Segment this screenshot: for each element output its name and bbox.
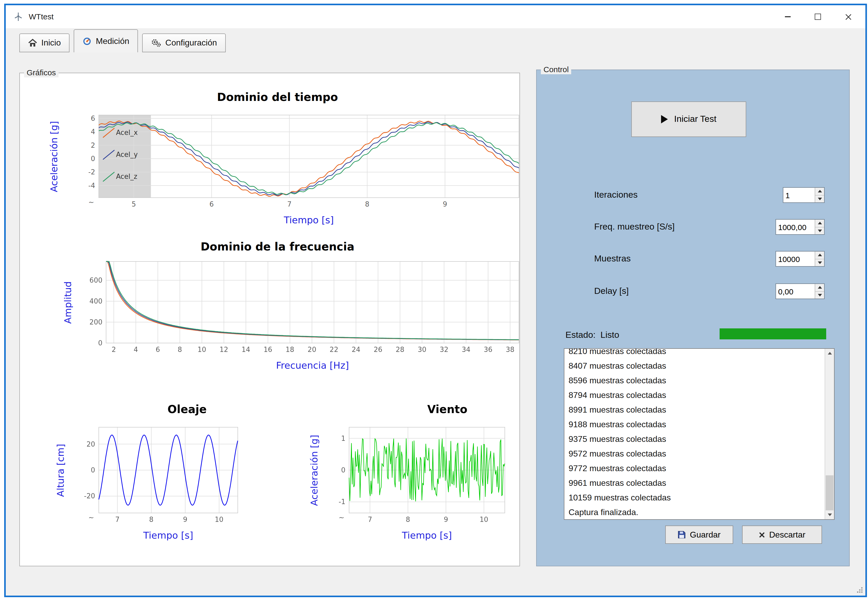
arrow-up-icon xyxy=(827,352,832,355)
start-test-button[interactable]: Iniciar Test xyxy=(631,101,746,137)
x-axis-label: Tiempo [s] xyxy=(99,214,519,226)
chart-title: Viento xyxy=(390,403,505,416)
svg-text:20: 20 xyxy=(87,440,95,448)
scroll-thumb[interactable] xyxy=(826,475,833,511)
log-list-items: 8210 muestras colectadas8407 muestras co… xyxy=(565,348,834,520)
app-window: WTtest Inicio xyxy=(4,4,867,597)
iteraciones-spinbox xyxy=(783,187,824,203)
svg-text:10: 10 xyxy=(215,516,224,524)
tab-inicio[interactable]: Inicio xyxy=(20,33,70,52)
status-indicator xyxy=(719,328,826,339)
spin-up-button[interactable] xyxy=(815,188,824,195)
svg-text:400: 400 xyxy=(89,297,102,305)
svg-text:0: 0 xyxy=(98,339,102,347)
spin-down-button[interactable] xyxy=(815,291,824,299)
chart-title: Oleaje xyxy=(137,403,238,416)
tab-label: Configuración xyxy=(165,38,217,48)
svg-text:38: 38 xyxy=(506,346,515,354)
arrow-down-icon xyxy=(818,198,822,200)
spin-down-button[interactable] xyxy=(815,259,824,266)
oleaje-chart: Oleaje Altura [cm] -2002078910~ Tiempo [… xyxy=(99,427,238,513)
discard-label: Descartar xyxy=(769,530,806,539)
iteraciones-input[interactable] xyxy=(783,188,815,202)
arrow-down-icon xyxy=(818,262,822,264)
tab-label: Inicio xyxy=(41,38,61,48)
delay-label: Delay [s] xyxy=(594,286,629,296)
svg-text:2: 2 xyxy=(111,346,116,354)
tab-configuracion[interactable]: Configuración xyxy=(143,33,226,52)
y-axis-label: Aceleración [g] xyxy=(48,121,59,192)
scrollbar[interactable] xyxy=(824,349,834,519)
spin-down-button[interactable] xyxy=(815,195,824,202)
resize-grip[interactable] xyxy=(856,587,863,593)
status-bar xyxy=(6,582,865,596)
iteraciones-label: Iteraciones xyxy=(594,190,638,200)
save-label: Guardar xyxy=(690,530,720,539)
log-line[interactable]: 8407 muestras colectadas xyxy=(569,359,821,373)
svg-text:Acel_x: Acel_x xyxy=(116,129,138,137)
svg-text:4: 4 xyxy=(91,128,95,136)
log-list[interactable]: 8210 muestras colectadas8407 muestras co… xyxy=(564,348,835,520)
maximize-icon xyxy=(815,14,821,20)
scroll-up-button[interactable] xyxy=(825,349,834,358)
svg-text:14: 14 xyxy=(242,346,250,354)
scroll-down-button[interactable] xyxy=(825,510,834,519)
svg-text:10: 10 xyxy=(480,516,488,524)
y-axis-label: Altura [cm] xyxy=(55,444,66,497)
play-icon xyxy=(661,115,668,123)
svg-text:0: 0 xyxy=(91,155,95,163)
status-value: Listo xyxy=(601,330,619,340)
svg-text:32: 32 xyxy=(440,346,448,354)
save-button[interactable]: Guardar xyxy=(665,525,733,544)
svg-text:8: 8 xyxy=(406,516,410,524)
spin-up-button[interactable] xyxy=(815,220,824,227)
spin-up-button[interactable] xyxy=(815,251,824,259)
svg-text:12: 12 xyxy=(219,346,228,354)
log-line[interactable]: 9188 muestras colectadas xyxy=(569,417,821,432)
y-axis-label: Aceleración [g] xyxy=(309,435,320,506)
x-axis-label: Tiempo [s] xyxy=(349,530,505,541)
close-button[interactable] xyxy=(833,5,863,28)
discard-button[interactable]: Descartar xyxy=(742,525,822,544)
arrow-up-icon xyxy=(818,254,822,256)
svg-text:8: 8 xyxy=(178,346,182,354)
log-line[interactable]: 8210 muestras colectadas xyxy=(569,348,821,359)
log-line[interactable]: 8794 muestras colectadas xyxy=(569,388,821,403)
chart-title: Dominio del tiempo xyxy=(36,91,519,104)
log-line[interactable]: 9572 muestras colectadas xyxy=(569,447,821,461)
delay-spinbox xyxy=(775,283,824,299)
svg-text:0: 0 xyxy=(341,466,345,474)
svg-text:-2: -2 xyxy=(88,168,95,176)
title-bar[interactable]: WTtest xyxy=(6,5,865,28)
minimize-button[interactable] xyxy=(772,5,803,28)
muestras-input[interactable] xyxy=(776,251,815,266)
svg-text:4: 4 xyxy=(134,346,138,354)
graficos-group-label: Gráficos xyxy=(24,68,59,77)
freq-muestreo-input[interactable] xyxy=(776,220,815,234)
status-label: Estado: xyxy=(565,330,595,340)
delay-input[interactable] xyxy=(776,284,815,299)
x-axis-label: Frecuencia [Hz] xyxy=(106,360,519,371)
log-line[interactable]: 9772 muestras colectadas xyxy=(569,461,821,476)
tab-bar: Inicio Medición Configuración xyxy=(6,28,865,52)
svg-text:22: 22 xyxy=(330,346,338,354)
spin-down-button[interactable] xyxy=(815,227,824,234)
close-icon xyxy=(845,14,851,20)
log-line[interactable]: 8991 muestras colectadas xyxy=(569,403,821,417)
time-domain-chart: Dominio del tiempo Aceleración [g] -4-20… xyxy=(99,115,519,198)
log-line[interactable]: Captura finalizada. xyxy=(569,505,821,520)
svg-text:2: 2 xyxy=(91,141,95,149)
window-controls xyxy=(772,5,863,28)
log-line[interactable]: 8596 muestras colectadas xyxy=(569,373,821,388)
svg-text:34: 34 xyxy=(462,346,470,354)
svg-text:10: 10 xyxy=(198,346,206,354)
gears-icon xyxy=(151,39,161,47)
spin-up-button[interactable] xyxy=(815,284,824,291)
tab-label: Medición xyxy=(96,36,129,46)
tab-medicion[interactable]: Medición xyxy=(74,29,138,52)
log-line[interactable]: 9375 muestras colectadas xyxy=(569,432,821,447)
maximize-button[interactable] xyxy=(803,5,833,28)
log-line[interactable]: 10159 muestras colectadas xyxy=(569,491,821,505)
log-line[interactable]: 9961 muestras colectadas xyxy=(569,476,821,491)
svg-text:6: 6 xyxy=(210,200,214,208)
